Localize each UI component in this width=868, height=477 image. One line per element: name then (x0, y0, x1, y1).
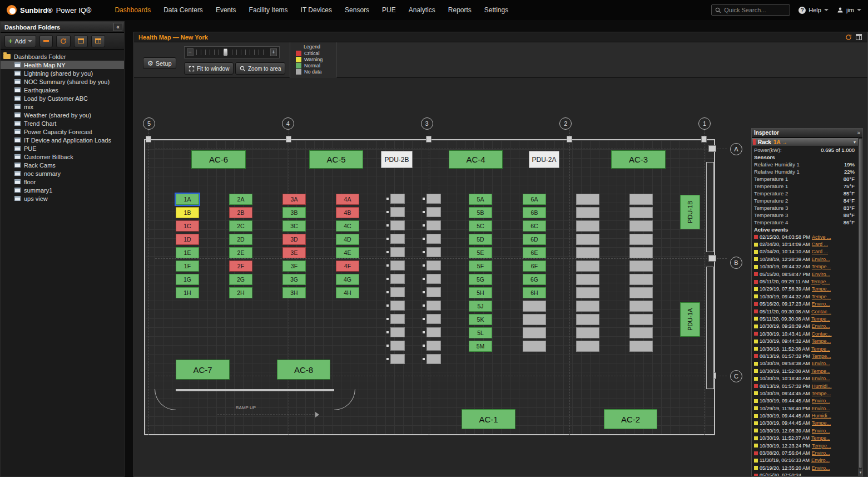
rack[interactable] (523, 327, 546, 338)
rack[interactable] (426, 274, 441, 284)
rack[interactable] (390, 247, 405, 257)
fit-to-window-button[interactable]: Fit to window (184, 62, 234, 75)
tree-item[interactable]: Customer Billback (1, 153, 124, 161)
nav-item[interactable]: Reports (448, 6, 472, 14)
scrollbar-thumb[interactable] (859, 139, 862, 468)
event-link[interactable]: Enviro... (812, 301, 830, 307)
event-link[interactable]: Tempe... (811, 316, 831, 322)
rack[interactable]: 4D (336, 234, 359, 245)
event-link[interactable]: Card ... (812, 242, 829, 247)
event-link[interactable]: Contac... (812, 331, 832, 337)
zoom-out-icon[interactable]: − (187, 48, 194, 56)
rack[interactable]: 2H (229, 287, 252, 298)
layout-icon[interactable] (856, 34, 862, 40)
rack[interactable] (390, 220, 405, 230)
rack[interactable] (523, 341, 546, 352)
rack[interactable] (576, 194, 599, 205)
pdu-unit[interactable]: PDU-1B (680, 195, 700, 229)
rack[interactable]: 5L (469, 327, 492, 338)
ac-unit[interactable]: AC-7 (176, 360, 230, 380)
ac-unit[interactable]: AC-8 (277, 360, 330, 380)
zoom-slider[interactable] (196, 50, 267, 55)
event-link[interactable]: Tempe... (812, 286, 831, 292)
rack[interactable] (629, 234, 653, 245)
rack[interactable] (576, 327, 599, 338)
event-link[interactable]: Enviro... (812, 465, 830, 471)
event-link[interactable]: Enviro... (812, 398, 830, 404)
rack[interactable]: 3F (282, 260, 306, 272)
rack[interactable] (523, 314, 546, 325)
rack[interactable] (426, 220, 441, 230)
event-link[interactable]: Tempe... (812, 353, 831, 359)
cascade-view-button[interactable] (91, 35, 105, 47)
rack[interactable] (629, 301, 653, 312)
pdu-unit[interactable]: PDU-2B (381, 151, 413, 168)
nav-item[interactable]: IT Devices (301, 6, 332, 14)
rack[interactable] (426, 341, 441, 351)
rack-section-header[interactable]: Rack 1A → ▾ (752, 137, 858, 146)
rack[interactable]: 2F (229, 260, 252, 272)
rack[interactable] (576, 247, 599, 258)
rack[interactable]: 4G (336, 274, 359, 285)
rack[interactable]: 6E (523, 247, 546, 258)
ac-unit[interactable]: AC-4 (449, 150, 503, 169)
event-link[interactable]: Enviro... (812, 428, 830, 434)
event-link[interactable]: Humidi... (812, 383, 832, 389)
rack[interactable]: 1G (176, 274, 199, 285)
event-link[interactable]: Enviro... (811, 458, 830, 463)
rack[interactable]: 3A (282, 194, 306, 205)
rack[interactable]: 5C (469, 220, 492, 232)
tree-item[interactable]: Lightning (shared by you) (1, 69, 124, 77)
rack[interactable] (629, 260, 653, 272)
event-link[interactable]: Enviro... (812, 257, 830, 262)
rack[interactable]: 4C (336, 220, 359, 232)
chevron-icon[interactable]: ▾ (854, 140, 856, 145)
rack[interactable] (576, 341, 599, 352)
rack[interactable] (390, 274, 405, 284)
event-link[interactable]: Card ... (812, 249, 829, 254)
rack[interactable] (629, 314, 653, 325)
rack[interactable] (523, 301, 546, 312)
tree-item[interactable]: noc summary (1, 169, 124, 178)
rack[interactable]: 2G (229, 274, 252, 285)
rack[interactable] (629, 341, 653, 352)
rack[interactable] (629, 207, 653, 218)
rack[interactable]: 5D (469, 234, 492, 245)
zoom-in-icon[interactable]: + (270, 48, 277, 56)
rack[interactable]: 1A (176, 194, 199, 205)
tile-view-button[interactable] (74, 35, 88, 47)
nav-item[interactable]: Facility Items (249, 6, 288, 14)
tree-item[interactable]: PUE (1, 144, 124, 153)
rack[interactable] (426, 247, 441, 257)
rack[interactable]: 4A (336, 194, 359, 205)
rack[interactable]: 4B (336, 207, 359, 218)
rack[interactable] (576, 301, 599, 312)
rack[interactable] (576, 207, 599, 218)
rack[interactable]: 6A (523, 194, 546, 205)
event-link[interactable]: Active ... (812, 234, 831, 240)
ac-unit[interactable]: AC-1 (462, 409, 515, 429)
rack[interactable] (629, 327, 653, 338)
event-link[interactable]: Tempe... (812, 294, 831, 299)
rack[interactable]: 4F (336, 260, 359, 272)
rack[interactable] (390, 287, 405, 297)
tree-item[interactable]: mix (1, 102, 124, 111)
rack[interactable]: 1D (176, 234, 199, 245)
rack[interactable] (576, 234, 599, 245)
rack-link[interactable]: 1A → (773, 139, 787, 145)
event-link[interactable]: Enviro... (811, 406, 830, 411)
nav-item[interactable]: Analytics (409, 6, 435, 14)
nav-item[interactable]: Events (216, 6, 236, 14)
rack[interactable] (390, 354, 405, 364)
rack[interactable] (426, 301, 441, 311)
rack[interactable]: 3H (282, 287, 306, 298)
rack[interactable] (426, 207, 441, 217)
rack[interactable] (426, 194, 441, 204)
pdu-unit[interactable]: PDU-2A (529, 151, 559, 168)
event-link[interactable]: Tempe... (811, 279, 830, 284)
rack[interactable]: 2A (229, 194, 252, 205)
ac-unit[interactable]: AC-5 (309, 150, 363, 169)
rack[interactable] (629, 287, 653, 298)
rack[interactable]: 1C (176, 220, 199, 232)
rack[interactable] (390, 207, 405, 217)
